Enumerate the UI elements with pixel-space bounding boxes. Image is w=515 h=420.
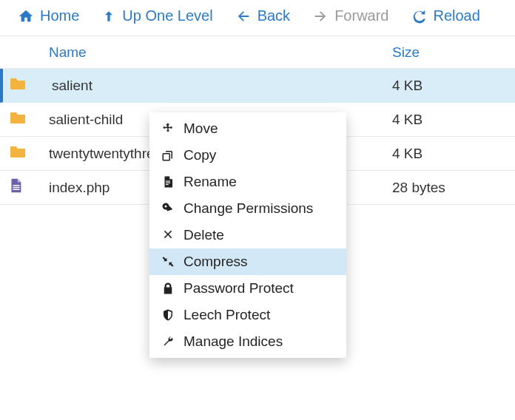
table-row[interactable]: salient4 KB	[0, 69, 515, 103]
delete-icon	[160, 228, 176, 242]
file-size: 28 bytes	[392, 180, 515, 196]
menu-item-rename[interactable]: Rename	[149, 169, 346, 195]
up-one-level-button[interactable]: Up One Level	[101, 7, 212, 24]
file-size: 4 KB	[392, 78, 515, 94]
menu-item-leech-protect[interactable]: Leech Protect	[149, 302, 346, 328]
menu-item-copy[interactable]: Copy	[149, 142, 346, 169]
up-arrow-icon	[101, 9, 116, 24]
menu-item-change-permissions[interactable]: Change Permissions	[149, 195, 346, 222]
reload-button[interactable]: Reload	[411, 7, 479, 24]
folder-icon	[7, 109, 28, 130]
forward-arrow-icon	[312, 8, 329, 24]
menu-item-label: Manage Indices	[184, 333, 283, 350]
menu-item-move[interactable]: Move	[149, 115, 346, 142]
table-header: Name Size	[0, 36, 515, 69]
file-size: 4 KB	[392, 146, 515, 162]
column-header-size[interactable]: Size	[392, 44, 515, 61]
menu-item-label: Delete	[184, 227, 224, 243]
menu-item-label: Password Protect	[184, 280, 294, 297]
wrench-icon	[160, 335, 176, 348]
toolbar: Home Up One Level Back Forward Reload	[0, 0, 515, 35]
rename-icon	[160, 175, 176, 189]
reload-icon	[411, 8, 427, 24]
menu-item-compress[interactable]: Compress	[149, 248, 346, 275]
menu-item-delete[interactable]: Delete	[149, 222, 346, 248]
up-label: Up One Level	[122, 7, 212, 24]
home-icon	[18, 8, 34, 24]
compress-icon	[160, 255, 176, 268]
column-header-name[interactable]: Name	[49, 44, 392, 61]
menu-item-manage-indices[interactable]: Manage Indices	[149, 328, 346, 355]
forward-button[interactable]: Forward	[312, 7, 388, 24]
menu-item-label: Leech Protect	[184, 307, 270, 323]
move-icon	[160, 122, 176, 135]
file-icon	[7, 176, 24, 199]
reload-label: Reload	[433, 7, 479, 24]
copy-icon	[160, 149, 176, 162]
menu-item-label: Change Permissions	[184, 200, 313, 217]
folder-icon	[7, 143, 28, 164]
folder-icon	[7, 75, 28, 96]
back-arrow-icon	[235, 8, 252, 24]
context-menu: MoveCopyRenameChange PermissionsDeleteCo…	[149, 112, 346, 358]
shield-icon	[160, 308, 176, 322]
lock-icon	[160, 282, 176, 295]
menu-item-label: Compress	[184, 254, 248, 270]
file-size: 4 KB	[392, 112, 515, 128]
back-button[interactable]: Back	[235, 7, 290, 24]
key-icon	[160, 202, 176, 215]
home-label: Home	[40, 7, 79, 24]
back-label: Back	[258, 7, 290, 24]
file-name: salient	[52, 78, 392, 94]
menu-item-label: Rename	[184, 174, 237, 190]
menu-item-password-protect[interactable]: Password Protect	[149, 275, 346, 302]
forward-label: Forward	[334, 7, 388, 24]
menu-item-label: Move	[184, 121, 218, 137]
menu-item-label: Copy	[184, 147, 216, 163]
home-button[interactable]: Home	[18, 7, 79, 24]
